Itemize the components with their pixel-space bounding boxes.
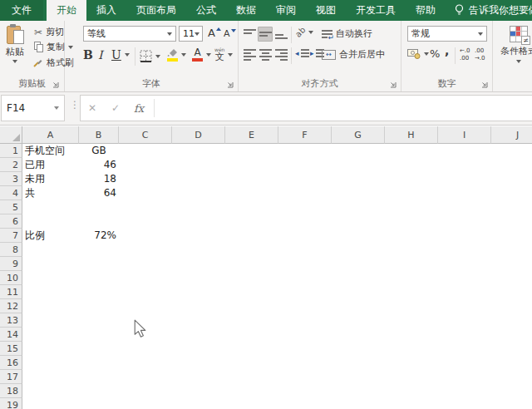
col-header-F[interactable]: F xyxy=(278,126,332,144)
cell-B3[interactable]: 18 xyxy=(79,172,119,186)
row-header-15[interactable]: 15 xyxy=(0,342,22,356)
col-header-G[interactable]: G xyxy=(332,126,385,144)
col-header-E[interactable]: E xyxy=(225,126,278,144)
col-header-I[interactable]: I xyxy=(438,126,491,144)
row-header-7[interactable]: 7 xyxy=(0,229,22,243)
row-header-8[interactable]: 8 xyxy=(0,243,22,257)
row-header-2[interactable]: 2 xyxy=(0,158,22,172)
cell-A2[interactable]: 已用 xyxy=(22,158,79,172)
col-header-A[interactable]: A xyxy=(22,126,79,144)
row-header-12[interactable]: 12 xyxy=(0,299,22,313)
excel-window: 文件 开始插入页面布局公式数据审阅视图开发工具帮助 告诉我你想要做什么 粘贴 ✂… xyxy=(0,0,532,409)
select-all-corner[interactable] xyxy=(0,126,22,144)
col-header-B[interactable]: B xyxy=(79,126,119,144)
worksheet: ABCDEFGHIJ12345678910111213141516171819手… xyxy=(0,0,532,409)
cell-B1[interactable]: GB xyxy=(79,144,119,158)
col-header-H[interactable]: H xyxy=(385,126,438,144)
cell-B4[interactable]: 64 xyxy=(79,186,119,200)
cell-A7[interactable]: 比例 xyxy=(22,229,79,243)
cell-B7[interactable]: 72% xyxy=(79,229,119,243)
row-header-13[interactable]: 13 xyxy=(0,313,22,328)
cell-A4[interactable]: 共 xyxy=(22,186,79,200)
col-header-D[interactable]: D xyxy=(172,126,225,144)
cell-B2[interactable]: 46 xyxy=(79,158,119,172)
row-header-14[interactable]: 14 xyxy=(0,328,22,342)
row-header-9[interactable]: 9 xyxy=(0,257,22,271)
cell-A3[interactable]: 未用 xyxy=(22,172,79,186)
row-header-10[interactable]: 10 xyxy=(0,271,22,285)
row-header-16[interactable]: 16 xyxy=(0,356,22,370)
row-header-19[interactable]: 19 xyxy=(0,398,22,409)
row-header-5[interactable]: 5 xyxy=(0,200,22,214)
row-header-1[interactable]: 1 xyxy=(0,144,22,158)
row-header-17[interactable]: 17 xyxy=(0,370,22,384)
row-header-18[interactable]: 18 xyxy=(0,384,22,398)
col-header-J[interactable]: J xyxy=(491,126,532,144)
row-header-11[interactable]: 11 xyxy=(0,285,22,299)
cell-A1[interactable]: 手机空间 xyxy=(22,144,79,158)
row-header-4[interactable]: 4 xyxy=(0,186,22,200)
mouse-cursor xyxy=(134,319,146,338)
row-header-6[interactable]: 6 xyxy=(0,214,22,229)
row-header-3[interactable]: 3 xyxy=(0,172,22,186)
col-header-C[interactable]: C xyxy=(119,126,172,144)
